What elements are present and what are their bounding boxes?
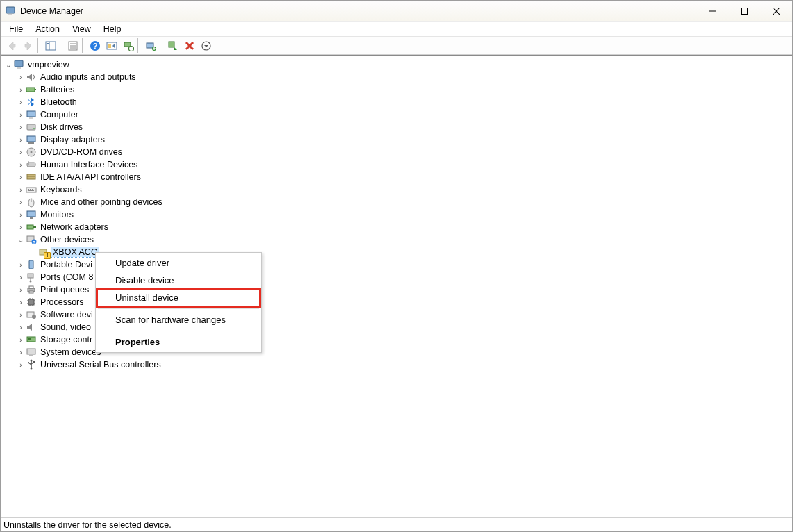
toolbar-separator (60, 38, 64, 53)
chevron-right-icon[interactable]: › (16, 321, 26, 333)
tree-node-label[interactable]: Ports (COM 8 (39, 272, 94, 282)
menubar: File Action View Help (1, 22, 792, 37)
chevron-right-icon[interactable]: › (16, 346, 26, 358)
tree-node[interactable]: ›Bluetooth (3, 96, 790, 108)
forward-arrow-icon[interactable] (20, 38, 37, 53)
tree-node[interactable]: ⌄?Other devices (3, 233, 790, 246)
chevron-right-icon[interactable]: › (16, 96, 26, 108)
ctx-disable-device[interactable]: Disable device (97, 272, 260, 289)
tree-node[interactable]: ⌄vmpreview (3, 58, 790, 71)
properties-icon[interactable] (65, 38, 81, 53)
tree-node-label[interactable]: Human Interface Devices (39, 160, 139, 169)
app-icon (5, 6, 16, 17)
tree-node-label[interactable]: Network adapters (39, 222, 110, 232)
close-button[interactable] (760, 1, 792, 22)
tree-node-label[interactable]: System devices (39, 347, 103, 357)
ctx-scan-hardware[interactable]: Scan for hardware changes (97, 311, 260, 329)
tree-node-label[interactable]: Audio inputs and outputs (39, 72, 137, 82)
add-legacy-hardware-icon[interactable] (142, 38, 159, 53)
chevron-right-icon[interactable]: › (16, 196, 26, 208)
chevron-right-icon[interactable]: › (16, 108, 26, 121)
tree-node-label[interactable]: Bluetooth (39, 97, 78, 107)
chevron-right-icon[interactable]: › (16, 271, 26, 283)
chevron-right-icon[interactable]: › (16, 221, 26, 233)
svg-point-75 (32, 315, 36, 319)
tree-node[interactable]: ›Computer (3, 108, 790, 121)
view-menu-icon[interactable] (198, 38, 215, 53)
chevron-right-icon[interactable]: › (16, 208, 26, 221)
help-icon[interactable]: ? (87, 38, 103, 53)
chevron-right-icon[interactable]: › (16, 146, 26, 158)
chevron-right-icon[interactable]: › (16, 121, 26, 133)
ctx-properties[interactable]: Properties (97, 333, 260, 351)
chevron-right-icon[interactable]: › (16, 283, 26, 296)
network-adapter-icon (26, 222, 37, 233)
minimize-button[interactable] (696, 1, 728, 22)
ctx-uninstall-device[interactable]: Uninstall device (97, 289, 260, 306)
enable-device-icon[interactable] (165, 38, 181, 53)
back-arrow-icon[interactable] (3, 38, 20, 53)
speaker-icon (26, 72, 37, 83)
device-manager-window: Device Manager File Action View Help ? ⌄… (0, 0, 793, 532)
chevron-right-icon[interactable]: › (16, 83, 26, 96)
tree-node[interactable]: ›Mice and other pointing devices (3, 196, 790, 208)
tree-node[interactable]: ›Network adapters (3, 221, 790, 233)
tree-node-label[interactable]: XBOX ACC (51, 247, 99, 257)
uninstall-device-icon[interactable] (181, 38, 198, 53)
tree-node[interactable]: ›DVD/CD-ROM drives (3, 146, 790, 158)
ctx-update-driver[interactable]: Update driver (97, 254, 260, 272)
tree-node-label[interactable]: vmpreview (26, 60, 71, 69)
update-driver-icon[interactable] (103, 38, 120, 53)
tree-node-label[interactable]: Software devi (39, 310, 94, 319)
tree-node-label[interactable]: Display adapters (39, 135, 106, 144)
chevron-right-icon[interactable]: › (16, 258, 26, 271)
tree-node[interactable]: ›Monitors (3, 208, 790, 221)
tree-node-label[interactable]: Computer (39, 110, 80, 119)
tree-node-label[interactable]: Batteries (39, 85, 76, 94)
tree-node-label[interactable]: Keyboards (39, 185, 83, 194)
scan-hardware-icon[interactable] (120, 38, 137, 53)
tree-node[interactable]: ›Display adapters (3, 133, 790, 146)
tree-node-label[interactable]: Portable Devi (39, 260, 94, 269)
show-hide-console-tree-icon[interactable] (42, 38, 59, 53)
svg-rect-59 (28, 274, 33, 278)
tree-node-label[interactable]: Processors (39, 297, 85, 307)
menu-help[interactable]: Help (97, 23, 128, 35)
chevron-right-icon[interactable]: › (16, 333, 26, 346)
svg-point-82 (28, 362, 29, 363)
tree-node-label[interactable]: Disk drives (39, 122, 84, 132)
maximize-button[interactable] (728, 1, 760, 22)
chevron-right-icon[interactable]: › (16, 183, 26, 196)
tree-node-label[interactable]: Storage contr (39, 335, 94, 344)
tree-node[interactable]: ›Human Interface Devices (3, 158, 790, 171)
tree-node-label[interactable]: Monitors (39, 210, 75, 219)
chevron-right-icon[interactable]: › (16, 308, 26, 321)
menu-file[interactable]: File (3, 23, 29, 35)
tree-node-label[interactable]: Universal Serial Bus controllers (39, 360, 162, 369)
menu-action[interactable]: Action (29, 23, 66, 35)
tree-node[interactable]: ›IDE ATA/ATAPI controllers (3, 171, 790, 183)
chevron-right-icon[interactable]: › (16, 296, 26, 308)
tree-node-label[interactable]: DVD/CD-ROM drives (39, 147, 124, 157)
tree-node-label[interactable]: Other devices (39, 235, 95, 244)
tree-node[interactable]: ›Disk drives (3, 121, 790, 133)
chevron-down-icon[interactable]: ⌄ (16, 233, 26, 246)
menu-view[interactable]: View (66, 23, 97, 35)
chevron-right-icon[interactable]: › (16, 158, 26, 171)
ports-icon (26, 272, 37, 283)
tree-node-label[interactable]: Sound, video (39, 322, 92, 332)
chevron-right-icon[interactable]: › (16, 358, 26, 371)
tree-node-label[interactable]: IDE ATA/ATAPI controllers (39, 172, 142, 182)
tree-node-label[interactable]: Mice and other pointing devices (39, 197, 164, 207)
svg-rect-1 (8, 14, 12, 15)
chevron-right-icon[interactable]: › (16, 171, 26, 183)
tree-node[interactable]: ›Audio inputs and outputs (3, 71, 790, 83)
chevron-right-icon[interactable]: › (16, 71, 26, 83)
chevron-right-icon[interactable]: › (16, 133, 26, 146)
tree-node[interactable]: ›Batteries (3, 83, 790, 96)
tree-node[interactable]: ›Universal Serial Bus controllers (3, 358, 790, 371)
chevron-down-icon[interactable]: ⌄ (3, 58, 13, 71)
tree-node[interactable]: ›Keyboards (3, 183, 790, 196)
ctx-separator (98, 308, 259, 309)
tree-node-label[interactable]: Print queues (39, 285, 90, 294)
